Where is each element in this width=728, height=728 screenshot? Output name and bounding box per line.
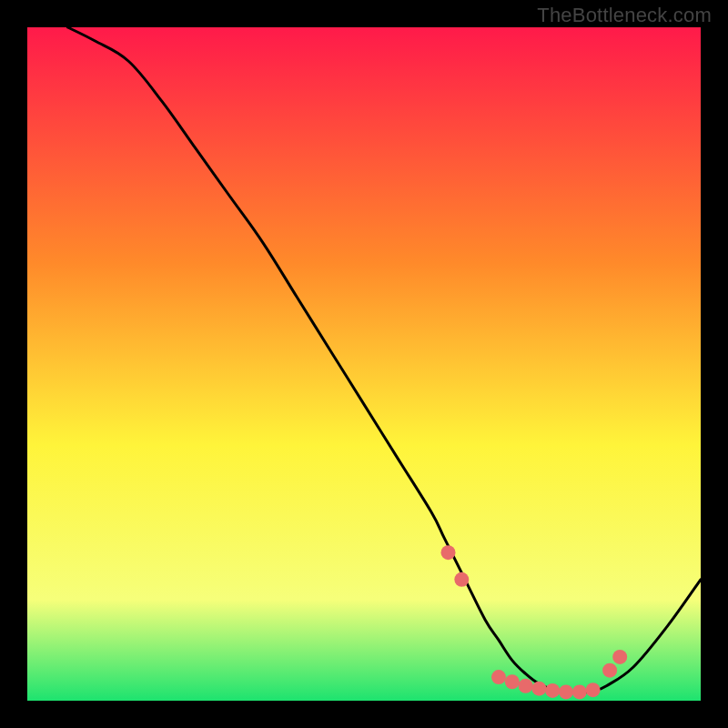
highlight-dot bbox=[454, 572, 469, 587]
highlight-dot bbox=[602, 663, 617, 678]
gradient-background bbox=[27, 27, 701, 701]
highlight-dot bbox=[519, 679, 533, 693]
highlight-dot bbox=[545, 683, 560, 698]
chart-canvas bbox=[27, 27, 701, 701]
highlight-dot bbox=[612, 650, 627, 664]
chart-svg bbox=[27, 27, 701, 701]
highlight-dot bbox=[491, 670, 506, 684]
highlight-dot bbox=[505, 674, 520, 689]
highlight-dot bbox=[559, 684, 573, 699]
watermark-text: TheBottleneck.com bbox=[537, 4, 712, 27]
highlight-dot bbox=[531, 682, 546, 696]
highlight-dot bbox=[572, 684, 587, 699]
highlight-dot bbox=[441, 545, 456, 560]
highlight-dot bbox=[586, 682, 601, 697]
